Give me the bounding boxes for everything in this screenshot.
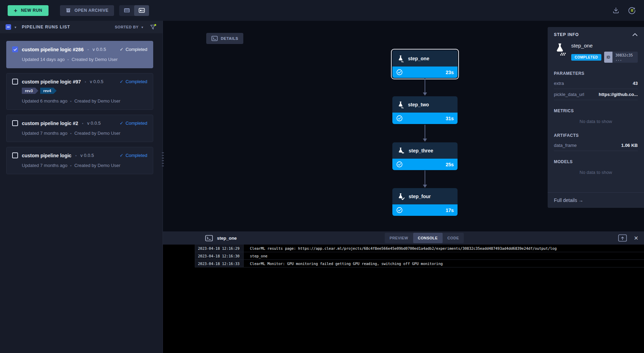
run-version: v 0.0.5 bbox=[80, 153, 94, 158]
parameter-row: pickle_data_url https://github.co... bbox=[554, 89, 638, 100]
log-row: 2023-04-18 12:16:33 ClearML Monitor: GPU… bbox=[195, 260, 644, 267]
run-status-badge: ✓ Completed bbox=[120, 121, 147, 126]
panel-resize-handle[interactable] bbox=[161, 151, 165, 167]
metrics-section-label: METRICS bbox=[554, 108, 638, 113]
step-name: step_one bbox=[571, 43, 638, 48]
console-step-title: step_one bbox=[217, 236, 237, 241]
filter-icon[interactable] bbox=[149, 24, 157, 30]
dag-edge bbox=[423, 125, 427, 142]
run-title: custom pipeline logic #97 bbox=[22, 79, 81, 85]
console-tabs: PREVIEW CONSOLE CODE bbox=[385, 233, 464, 243]
tag-rev3[interactable]: rev3 bbox=[22, 88, 38, 94]
download-button[interactable] bbox=[612, 7, 620, 14]
node-duration: 25s bbox=[446, 162, 454, 167]
check-circle-icon bbox=[396, 115, 403, 122]
pipeline-runs-sidebar: ▾ PIPELINE RUNS LIST SORTED BY ▾ bbox=[0, 21, 163, 353]
flask-icon bbox=[554, 43, 566, 63]
dot-separator: • bbox=[70, 131, 72, 135]
run-tags: rev3 rev4 bbox=[22, 88, 147, 94]
run-version: v 0.0.5 bbox=[87, 121, 101, 126]
console-log-area[interactable]: 2023-04-18 12:16:29 ClearML results page… bbox=[163, 245, 644, 353]
run-card-97[interactable]: custom pipeline logic #97 • v 0.0.5 ✓ Co… bbox=[6, 73, 153, 110]
tab-preview[interactable]: PREVIEW bbox=[385, 233, 413, 243]
topbar-right-actions bbox=[612, 6, 636, 15]
run-checkbox[interactable] bbox=[12, 120, 18, 126]
plus-icon: + bbox=[14, 8, 18, 14]
split-view-toggle[interactable] bbox=[134, 5, 149, 16]
status-badge: COMPLETED bbox=[571, 54, 601, 61]
view-toggle-group bbox=[119, 5, 149, 16]
dot-separator: • bbox=[75, 153, 77, 158]
check-icon: ✓ bbox=[120, 47, 123, 52]
run-title: custom pipeline logic #2 bbox=[22, 121, 78, 126]
open-archive-button[interactable]: OPEN ARCHIVE bbox=[60, 5, 114, 16]
details-button[interactable]: DETAILS bbox=[206, 33, 243, 44]
check-icon: ✓ bbox=[120, 153, 123, 158]
run-status-badge: ✓ Completed bbox=[120, 47, 147, 52]
check-icon: ✓ bbox=[120, 79, 123, 84]
run-checkbox[interactable] bbox=[12, 79, 18, 85]
log-timestamp: 2023-04-18 12:16:30 bbox=[195, 252, 244, 259]
dag-node-step-three[interactable]: step_three 25s bbox=[392, 142, 458, 170]
select-all-checkbox[interactable] bbox=[6, 24, 11, 30]
sorted-by-caret-icon[interactable]: ▾ bbox=[141, 25, 143, 29]
new-run-button[interactable]: + NEW RUN bbox=[8, 5, 49, 16]
terminal-icon bbox=[211, 36, 218, 41]
run-card-2[interactable]: custom pipeline logic #2 • v 0.0.5 ✓ Com… bbox=[6, 115, 153, 142]
auto-refresh-pause-button[interactable] bbox=[627, 6, 636, 15]
run-card-286[interactable]: custom pipeline logic #286 • v 0.0.5 ✓ C… bbox=[6, 41, 153, 68]
run-checkbox[interactable] bbox=[12, 152, 18, 158]
dag-node-step-two[interactable]: step_two 31s bbox=[392, 96, 458, 124]
run-title: custom pipeline logic bbox=[22, 153, 71, 158]
metrics-empty-text: No data to show bbox=[554, 115, 638, 125]
node-name: step_four bbox=[409, 194, 431, 199]
dag-node-step-one[interactable]: step_one 23s bbox=[391, 49, 459, 79]
maximize-icon[interactable] bbox=[618, 234, 627, 242]
terminal-icon bbox=[205, 235, 213, 241]
flask-layers-icon bbox=[397, 147, 405, 155]
check-circle-icon bbox=[396, 161, 403, 168]
chevron-up-icon[interactable] bbox=[632, 33, 638, 37]
table-view-toggle[interactable] bbox=[119, 5, 134, 16]
select-all-caret-icon[interactable]: ▾ bbox=[15, 25, 16, 29]
parameter-row: extra 43 bbox=[554, 78, 638, 89]
tag-rev4[interactable]: rev4 bbox=[40, 88, 57, 94]
run-status-badge: ✓ Completed bbox=[120, 153, 147, 158]
sorted-by-button[interactable]: SORTED BY bbox=[115, 25, 139, 29]
log-timestamp: 2023-04-18 12:16:29 bbox=[195, 245, 244, 252]
tab-console[interactable]: CONSOLE bbox=[413, 233, 443, 243]
dag-edge bbox=[423, 170, 427, 188]
close-icon[interactable]: ✕ bbox=[634, 235, 638, 241]
runs-list-header: ▾ PIPELINE RUNS LIST SORTED BY ▾ bbox=[0, 21, 163, 33]
content: ▾ PIPELINE RUNS LIST SORTED BY ▾ bbox=[0, 21, 644, 353]
dot-separator: • bbox=[87, 47, 89, 52]
models-section-label: MODELS bbox=[554, 159, 638, 164]
dot-separator: • bbox=[70, 99, 72, 103]
full-details-link[interactable]: Full details → bbox=[548, 192, 644, 208]
dot-separator: • bbox=[82, 121, 84, 125]
auto-refresh-pause-icon bbox=[627, 6, 636, 15]
clearml-pipelines-app: + NEW RUN OPEN ARCHIVE bbox=[0, 0, 644, 353]
parameters-section-label: PARAMETERS bbox=[554, 71, 638, 76]
log-row: 2023-04-18 12:16:29 ClearML results page… bbox=[195, 245, 644, 252]
open-archive-label: OPEN ARCHIVE bbox=[75, 8, 108, 13]
tab-code[interactable]: CODE bbox=[443, 233, 464, 243]
flask-icon bbox=[397, 101, 404, 108]
log-message: step_one bbox=[244, 252, 644, 259]
dag-node-step-four[interactable]: step_four 17s bbox=[392, 188, 458, 216]
dot-separator: • bbox=[70, 164, 72, 168]
step-info-title: STEP INFO bbox=[554, 32, 579, 37]
runs-list-title: PIPELINE RUNS LIST bbox=[22, 25, 70, 29]
id-value[interactable]: 30832c35 ... bbox=[612, 52, 638, 63]
new-run-label: NEW RUN bbox=[21, 8, 43, 13]
run-meta: Updated 14 days ago • Created by Demo Us… bbox=[22, 57, 147, 62]
log-message: ClearML results page: https://app.clear.… bbox=[244, 245, 644, 252]
run-meta: Updated 7 months ago • Created by Demo U… bbox=[22, 131, 147, 136]
check-circle-icon bbox=[396, 69, 403, 76]
run-card-base[interactable]: custom pipeline logic • v 0.0.5 ✓ Comple… bbox=[6, 147, 153, 174]
run-title: custom pipeline logic #286 bbox=[22, 47, 84, 52]
run-checkbox[interactable] bbox=[12, 46, 18, 52]
split-view-icon bbox=[139, 8, 145, 13]
node-name: step_three bbox=[409, 148, 433, 153]
artifacts-section-label: ARTIFACTS bbox=[554, 133, 638, 138]
